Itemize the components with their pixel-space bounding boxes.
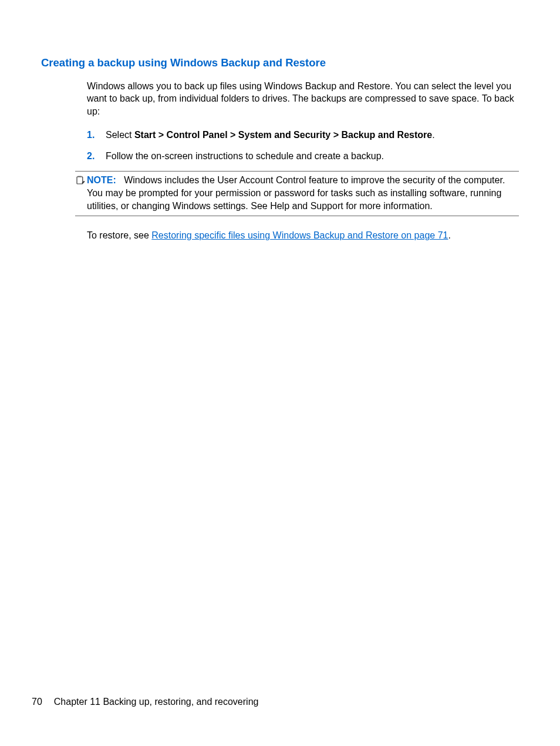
step-number: 2. — [87, 150, 106, 163]
page-footer: 70Chapter 11 Backing up, restoring, and … — [32, 695, 258, 708]
restore-paragraph: To restore, see Restoring specific files… — [87, 229, 519, 242]
intro-paragraph: Windows allows you to back up files usin… — [87, 80, 519, 118]
step-suffix: . — [432, 130, 434, 140]
svg-rect-0 — [77, 177, 83, 184]
note-label: NOTE: — [87, 175, 116, 185]
restore-link[interactable]: Restoring specific files using Windows B… — [151, 230, 448, 240]
page-number: 70 — [32, 697, 42, 707]
note-block: NOTE: Windows includes the User Account … — [75, 171, 519, 216]
section-heading: Creating a backup using Windows Backup a… — [41, 55, 519, 70]
restore-suffix: . — [448, 230, 450, 240]
note-text: Windows includes the User Account Contro… — [87, 175, 505, 210]
step-item: 2. Follow the on-screen instructions to … — [87, 150, 519, 163]
content-block: Windows allows you to back up files usin… — [87, 80, 519, 243]
steps-list: 1. Select Start > Control Panel > System… — [87, 129, 519, 163]
step-text: Select Start > Control Panel > System an… — [106, 129, 435, 142]
step-prefix: Follow the on-screen instructions to sch… — [106, 151, 384, 161]
step-bold-path: Start > Control Panel > System and Secur… — [134, 130, 432, 140]
step-prefix: Select — [106, 130, 134, 140]
step-number: 1. — [87, 129, 106, 142]
step-item: 1. Select Start > Control Panel > System… — [87, 129, 519, 142]
chapter-label: Chapter 11 Backing up, restoring, and re… — [54, 697, 259, 707]
restore-prefix: To restore, see — [87, 230, 151, 240]
note-body: NOTE: Windows includes the User Account … — [87, 174, 519, 212]
step-text: Follow the on-screen instructions to sch… — [106, 150, 384, 163]
note-icon — [75, 175, 87, 189]
